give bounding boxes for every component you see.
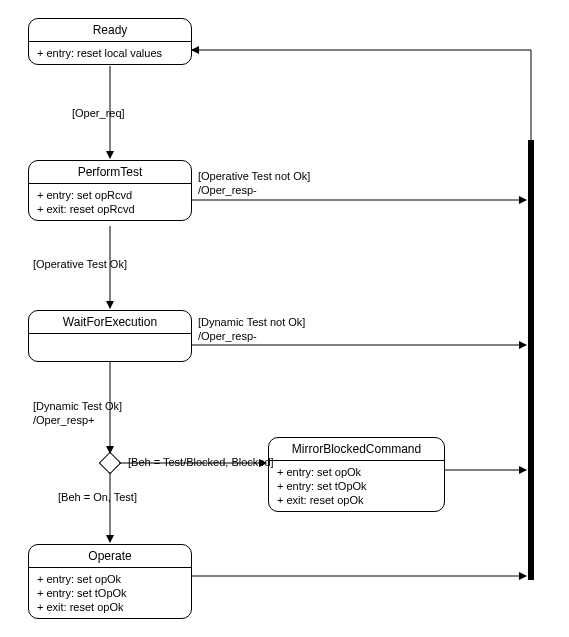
state-performtest-body: + entry: set opRcvd + exit: reset opRcvd [29, 184, 191, 220]
label-beh-test-blocked: [Beh = Test/Blocked, Blocked] [128, 456, 274, 468]
label-dynamic-test-ok: [Dynamic Test Ok] [33, 400, 122, 412]
state-waitforexecution-title: WaitForExecution [29, 311, 191, 334]
decision-node [99, 452, 122, 475]
label-oper-resp-plus: /Oper_resp+ [33, 414, 94, 426]
state-performtest: PerformTest + entry: set opRcvd + exit: … [28, 160, 192, 221]
state-waitforexecution: WaitForExecution [28, 310, 192, 362]
label-oper-resp-minus-1: /Oper_resp- [198, 184, 257, 196]
join-bar [528, 140, 534, 580]
label-oper-req: [Oper_req] [72, 107, 125, 119]
state-mirrorblockedcommand: MirrorBlockedCommand + entry: set opOk +… [268, 437, 445, 512]
label-operative-test-not-ok: [Operative Test not Ok] [198, 170, 310, 182]
label-dynamic-test-not-ok: [Dynamic Test not Ok] [198, 316, 305, 328]
state-operate-entry-0: + entry: set opOk [37, 572, 183, 586]
state-waitforexecution-body [29, 334, 191, 342]
state-mirrorblockedcommand-body: + entry: set opOk + entry: set tOpOk + e… [269, 461, 444, 511]
state-performtest-title: PerformTest [29, 161, 191, 184]
label-oper-resp-minus-2: /Oper_resp- [198, 330, 257, 342]
state-performtest-entry-0: + entry: set opRcvd [37, 188, 183, 202]
state-operate-entry-2: + exit: reset opOk [37, 600, 183, 614]
state-ready-entry-0: + entry: reset local values [37, 46, 183, 60]
label-operative-test-ok: [Operative Test Ok] [33, 258, 127, 270]
state-operate: Operate + entry: set opOk + entry: set t… [28, 544, 192, 619]
state-operate-body: + entry: set opOk + entry: set tOpOk + e… [29, 568, 191, 618]
state-mirrorblockedcommand-title: MirrorBlockedCommand [269, 438, 444, 461]
state-diagram: Ready + entry: reset local values Perfor… [0, 0, 569, 637]
state-mirrorblockedcommand-entry-2: + exit: reset opOk [277, 493, 436, 507]
state-ready: Ready + entry: reset local values [28, 18, 192, 65]
label-beh-on-test: [Beh = On, Test] [58, 491, 137, 503]
state-ready-title: Ready [29, 19, 191, 42]
state-ready-body: + entry: reset local values [29, 42, 191, 64]
state-operate-entry-1: + entry: set tOpOk [37, 586, 183, 600]
state-operate-title: Operate [29, 545, 191, 568]
state-mirrorblockedcommand-entry-1: + entry: set tOpOk [277, 479, 436, 493]
state-performtest-entry-1: + exit: reset opRcvd [37, 202, 183, 216]
state-mirrorblockedcommand-entry-0: + entry: set opOk [277, 465, 436, 479]
